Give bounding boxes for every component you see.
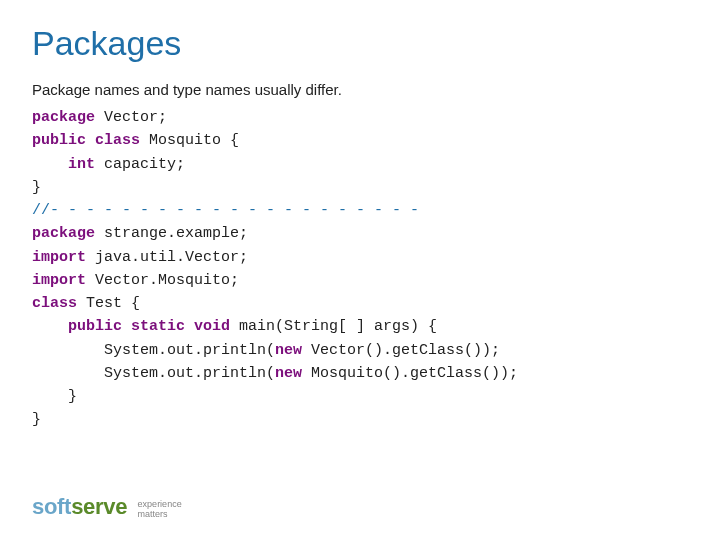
code-text: Mosquito { [140, 132, 239, 149]
footer-logo: softserve experiencematters [32, 494, 182, 520]
keyword-int: int [68, 156, 95, 173]
keyword-class: class [86, 132, 140, 149]
keyword-class: class [32, 295, 77, 312]
keyword-import: import [32, 272, 86, 289]
intro-text: Package names and type names usually dif… [32, 81, 688, 98]
keyword-package: package [32, 109, 95, 126]
code-line: package Vector; [32, 106, 688, 129]
code-line: } [32, 385, 688, 408]
keyword-package: package [32, 225, 95, 242]
code-line: } [32, 176, 688, 199]
code-text: System.out.println( [32, 365, 275, 382]
keyword-public: public [32, 132, 86, 149]
code-text: System.out.println( [32, 342, 275, 359]
keyword-new: new [275, 365, 302, 382]
code-text: capacity; [95, 156, 185, 173]
code-line: package strange.example; [32, 222, 688, 245]
code-text: java.util.Vector; [86, 249, 248, 266]
code-text: Test { [77, 295, 140, 312]
code-line: class Test { [32, 292, 688, 315]
keyword-import: import [32, 249, 86, 266]
code-text: Mosquito().getClass()); [302, 365, 518, 382]
code-line: public static void main(String[ ] args) … [32, 315, 688, 338]
logo-part-serve: serve [71, 494, 127, 519]
keyword-public: public [68, 318, 122, 335]
logo-tagline-line: matters [138, 509, 168, 519]
code-line: public class Mosquito { [32, 129, 688, 152]
keyword-static: static [122, 318, 185, 335]
code-line: int capacity; [32, 153, 688, 176]
code-line: System.out.println(new Mosquito().getCla… [32, 362, 688, 385]
code-text: strange.example; [95, 225, 248, 242]
keyword-void: void [185, 318, 230, 335]
code-text: Vector; [95, 109, 167, 126]
keyword-new: new [275, 342, 302, 359]
code-block: package Vector; public class Mosquito { … [32, 106, 688, 432]
code-line: import Vector.Mosquito; [32, 269, 688, 292]
code-line: } [32, 408, 688, 431]
logo-part-soft: soft [32, 494, 71, 519]
code-text: Vector.Mosquito; [86, 272, 239, 289]
page-title: Packages [32, 24, 688, 63]
code-line: System.out.println(new Vector().getClass… [32, 339, 688, 362]
code-comment: //- - - - - - - - - - - - - - - - - - - … [32, 199, 688, 222]
logo-tagline: experiencematters [138, 500, 182, 519]
slide-content: Packages Package names and type names us… [0, 0, 720, 432]
code-text: main(String[ ] args) { [230, 318, 437, 335]
code-text: Vector().getClass()); [302, 342, 500, 359]
code-line: import java.util.Vector; [32, 246, 688, 269]
